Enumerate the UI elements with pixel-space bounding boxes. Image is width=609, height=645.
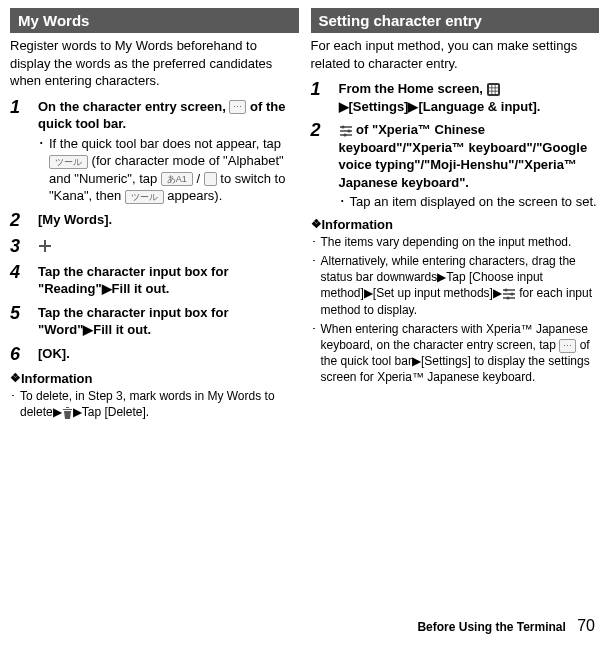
- setting-intro: For each input method, you can make sett…: [311, 37, 600, 72]
- svg-point-14: [510, 293, 513, 296]
- setting-header: Setting character entry: [311, 8, 600, 33]
- my-words-intro: Register words to My Words beforehand to…: [10, 37, 299, 90]
- r-step-2-sub: ･ Tap an item displayed on the screen to…: [339, 193, 600, 211]
- trash-icon: [62, 405, 73, 419]
- mode-key-icon: [204, 172, 217, 186]
- page-number: 70: [577, 617, 595, 634]
- step-1-sub: ･ If the quick tool bar does not appear,…: [38, 135, 299, 205]
- step-number: 1: [311, 80, 329, 115]
- menu-dots-icon: ⋯: [229, 100, 246, 114]
- r-step-2: 2 of "Xperia™ Chinese keyboard"/"Xperia™…: [311, 121, 600, 211]
- step-number: 1: [10, 98, 28, 205]
- bullet-icon: ･: [311, 234, 317, 250]
- step-body: On the character entry screen, ⋯ of the …: [38, 98, 299, 205]
- step-number: 6: [10, 345, 28, 365]
- step-number: 4: [10, 263, 28, 298]
- svg-rect-3: [495, 85, 498, 88]
- right-column: Setting character entry For each input m…: [311, 8, 600, 423]
- apps-grid-icon: [487, 81, 500, 96]
- left-column: My Words Register words to My Words befo…: [10, 8, 299, 423]
- step-number: 5: [10, 304, 28, 339]
- r-step-2-title: of "Xperia™ Chinese keyboard"/"Xperia™ k…: [339, 122, 588, 190]
- step-number: 2: [311, 121, 329, 211]
- step-5: 5 Tap the character input box for "Word"…: [10, 304, 299, 339]
- svg-rect-9: [495, 92, 498, 95]
- diamond-icon: ❖: [311, 217, 322, 231]
- bullet-icon: ･: [38, 135, 45, 205]
- right-info-3: ･ When entering characters with Xperia™ …: [311, 321, 600, 386]
- r-step-2-body: of "Xperia™ Chinese keyboard"/"Xperia™ k…: [339, 121, 600, 211]
- svg-point-15: [506, 297, 509, 300]
- step-number: 3: [10, 237, 28, 257]
- sliders-icon: [502, 286, 516, 300]
- bullet-icon: ･: [311, 321, 317, 386]
- r-step-1-body: From the Home screen, ▶[Settings]▶[Langu…: [339, 80, 600, 115]
- svg-rect-5: [492, 88, 495, 91]
- page-content: My Words Register words to My Words befo…: [0, 0, 609, 463]
- menu-dots-icon: ⋯: [559, 339, 576, 353]
- step-6-title: [OK].: [38, 345, 299, 365]
- svg-rect-6: [495, 88, 498, 91]
- svg-rect-1: [489, 85, 492, 88]
- bullet-icon: ･: [10, 388, 16, 420]
- bullet-icon: ･: [311, 253, 317, 318]
- info-heading-right: ❖Information: [311, 217, 600, 232]
- step-1: 1 On the character entry screen, ⋯ of th…: [10, 98, 299, 205]
- right-info-1: ･ The items vary depending on the input …: [311, 234, 600, 250]
- svg-rect-4: [489, 88, 492, 91]
- step-1-sub-text: If the quick tool bar does not appear, t…: [49, 135, 299, 205]
- step-2: 2 [My Words].: [10, 211, 299, 231]
- left-info-1: ･ To delete, in Step 3, mark words in My…: [10, 388, 299, 420]
- svg-rect-2: [492, 85, 495, 88]
- step-1-title-a: On the character entry screen,: [38, 99, 229, 114]
- step-4-title: Tap the character input box for "Reading…: [38, 263, 299, 298]
- footer-label: Before Using the Terminal: [417, 620, 565, 634]
- r-step-1: 1 From the Home screen, ▶[Settings]▶[Lan…: [311, 80, 600, 115]
- plus-icon: [38, 237, 299, 257]
- step-3: 3: [10, 237, 299, 257]
- kana-key-icon: あA1: [161, 172, 193, 186]
- svg-point-11: [347, 129, 350, 132]
- step-6: 6 [OK].: [10, 345, 299, 365]
- diamond-icon: ❖: [10, 371, 21, 385]
- right-info-3-text: When entering characters with Xperia™ Ja…: [321, 321, 600, 386]
- tool-key-icon: ツール: [49, 155, 88, 169]
- step-2-title: [My Words].: [38, 211, 299, 231]
- svg-point-13: [504, 289, 507, 292]
- info-heading-left: ❖Information: [10, 371, 299, 386]
- page-footer: Before Using the Terminal 70: [417, 617, 595, 635]
- tool-key-icon-2: ツール: [125, 190, 164, 204]
- sliders-icon: [339, 122, 353, 137]
- svg-rect-8: [492, 92, 495, 95]
- svg-rect-7: [489, 92, 492, 95]
- svg-point-10: [341, 125, 344, 128]
- svg-point-12: [343, 133, 346, 136]
- bullet-icon: ･: [339, 193, 346, 211]
- step-5-title: Tap the character input box for "Word"▶F…: [38, 304, 299, 339]
- my-words-header: My Words: [10, 8, 299, 33]
- right-info-2-text: Alternatively, while entering characters…: [321, 253, 600, 318]
- step-number: 2: [10, 211, 28, 231]
- right-info-2: ･ Alternatively, while entering characte…: [311, 253, 600, 318]
- step-4: 4 Tap the character input box for "Readi…: [10, 263, 299, 298]
- left-info-1-text: To delete, in Step 3, mark words in My W…: [20, 388, 299, 420]
